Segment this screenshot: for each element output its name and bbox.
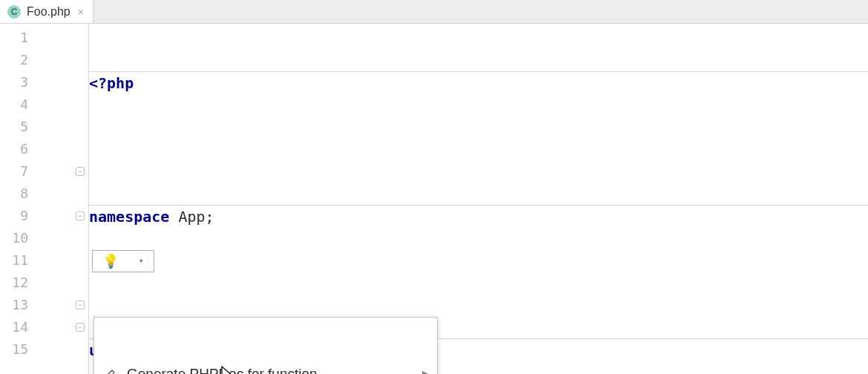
line-number: 1 <box>0 27 28 49</box>
line-number: 10 <box>0 227 28 249</box>
editor-tab-foo-php[interactable]: C Foo.php × <box>0 0 93 23</box>
line-number: 15 <box>0 338 28 361</box>
fold-toggle-icon[interactable] <box>76 167 85 176</box>
tab-filename: Foo.php <box>27 5 70 19</box>
intention-actions-menu: Generate PHPDoc for function ▶ Inline al… <box>93 317 438 374</box>
fold-gutter <box>39 24 89 374</box>
menu-item-generate-phpdoc[interactable]: Generate PHPDoc for function ▶ <box>94 362 437 374</box>
line-number: 12 <box>0 272 28 294</box>
line-number-gutter: 1 2 3 4 5 6 7 8 9 10 11 12 13 14 15 <box>0 24 39 374</box>
fold-toggle-icon[interactable] <box>76 211 85 220</box>
line-number: 14 <box>0 316 28 338</box>
php-class-icon: C <box>7 5 21 19</box>
close-icon[interactable]: × <box>76 6 85 18</box>
edit-icon <box>103 367 118 374</box>
line-number: 7 <box>0 160 28 183</box>
code-token: App; <box>169 208 214 226</box>
code-token: <?php <box>89 74 134 92</box>
code-area[interactable]: <?php namespace App; use App\Services\Ba… <box>89 24 868 374</box>
intention-bulb-dropdown[interactable]: 💡 ▾ <box>92 250 154 272</box>
line-number: 6 <box>0 138 28 160</box>
line-number: 13 <box>0 294 28 316</box>
line-number: 4 <box>0 94 28 116</box>
fold-toggle-icon[interactable] <box>76 323 85 332</box>
chevron-down-icon: ▾ <box>139 250 144 272</box>
tab-bar: C Foo.php × <box>0 0 868 24</box>
fold-toggle-icon[interactable] <box>76 301 85 309</box>
line-number: 9 <box>0 205 28 227</box>
line-number: 11 <box>0 249 28 272</box>
line-number: 2 <box>0 49 28 71</box>
code-token: namespace <box>89 208 169 226</box>
line-number: 8 <box>0 183 28 205</box>
submenu-arrow-icon: ▶ <box>422 363 430 374</box>
line-number: 3 <box>0 71 28 94</box>
code-editor[interactable]: 1 2 3 4 5 6 7 8 9 10 11 12 13 14 15 <?ph… <box>0 24 868 374</box>
menu-item-label: Generate PHPDoc for function <box>127 363 413 374</box>
line-number: 5 <box>0 116 28 138</box>
lightbulb-icon: 💡 <box>102 250 119 272</box>
